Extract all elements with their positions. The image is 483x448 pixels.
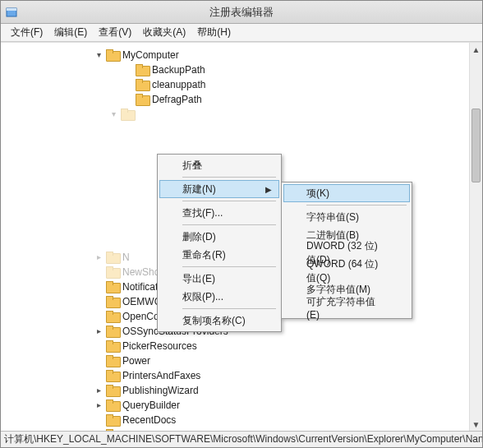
folder-icon xyxy=(136,79,149,90)
context-menu-item[interactable]: 查找(F)... xyxy=(159,204,279,222)
menu-file[interactable]: 文件(F) xyxy=(6,24,48,41)
menu-separator xyxy=(182,266,276,267)
tree-item[interactable]: ▸PrintersAndFaxes xyxy=(1,368,482,383)
expand-icon[interactable]: ▸ xyxy=(94,401,104,410)
folder-icon xyxy=(106,326,119,337)
content-area: ▾MyComputer▸BackupPath▸cleanuppath▸Defra… xyxy=(1,42,482,431)
folder-icon xyxy=(106,414,119,426)
menubar: 文件(F) 编辑(E) 查看(V) 收藏夹(A) 帮助(H) xyxy=(1,24,482,42)
submenu-item[interactable]: QWORD (64 位)值(Q) xyxy=(283,262,410,280)
folder-icon xyxy=(106,49,119,61)
folder-icon xyxy=(106,252,119,263)
menu-item-label: 字符串值(S) xyxy=(306,210,359,224)
collapse-icon[interactable]: ▾ xyxy=(94,51,104,60)
menu-view[interactable]: 查看(V) xyxy=(94,24,136,41)
menu-item-label: 新建(N) xyxy=(182,182,216,196)
menu-favorites[interactable]: 收藏夹(A) xyxy=(138,24,191,41)
registry-editor-window: 注册表编辑器 文件(F) 编辑(E) 查看(V) 收藏夹(A) 帮助(H) ▾M… xyxy=(0,0,483,448)
tree-item-label: DefragPath xyxy=(152,92,202,107)
tree-item-label: BackupPath xyxy=(152,62,205,77)
menu-item-label: 复制项名称(C) xyxy=(182,314,246,328)
folder-icon xyxy=(121,109,134,120)
submenu-item[interactable]: 项(K) xyxy=(283,184,410,202)
context-menu-item[interactable]: 重命名(R) xyxy=(159,246,279,264)
folder-icon xyxy=(106,311,119,322)
context-menu-item[interactable]: 删除(D) xyxy=(159,228,279,246)
folder-icon xyxy=(106,400,119,411)
tree-item[interactable]: ▸RemoteComputer xyxy=(1,427,482,431)
tree-item[interactable]: ▾ xyxy=(1,107,482,122)
statusbar-path: 计算机\HKEY_LOCAL_MACHINE\SOFTWARE\Microsof… xyxy=(4,432,482,446)
folder-icon xyxy=(106,296,119,307)
tree-item[interactable]: ▸cleanuppath xyxy=(1,77,482,92)
folder-icon xyxy=(106,340,119,352)
menu-item-label: 权限(P)... xyxy=(182,290,223,304)
tree-item[interactable]: ▸Power xyxy=(1,353,482,368)
context-submenu-new[interactable]: 项(K)字符串值(S)二进制值(B)DWORD (32 位)值(D)QWORD … xyxy=(281,182,412,319)
titlebar[interactable]: 注册表编辑器 xyxy=(1,1,482,24)
submenu-arrow-icon: ▶ xyxy=(265,185,272,194)
context-menu[interactable]: 折叠新建(N)▶查找(F)...删除(D)重命名(R)导出(E)权限(P)...… xyxy=(157,154,282,332)
tree-item-label: N xyxy=(122,250,130,265)
context-menu-item[interactable]: 导出(E) xyxy=(159,270,279,288)
tree-item-label: QueryBuilder xyxy=(122,398,180,413)
scroll-down-button[interactable]: ▼ xyxy=(470,418,482,431)
menu-separator xyxy=(182,224,276,225)
folder-icon xyxy=(136,64,149,76)
tree-item-label: MyComputer xyxy=(122,48,179,62)
menu-item-label: 折叠 xyxy=(182,159,202,173)
folder-icon xyxy=(106,429,119,431)
menu-separator xyxy=(306,205,407,206)
vertical-scrollbar[interactable]: ▲ ▼ xyxy=(469,43,482,431)
tree-item-label: PickerResources xyxy=(122,339,197,353)
menu-item-label: 项(K) xyxy=(306,187,329,201)
expand-icon[interactable]: ▸ xyxy=(94,431,104,432)
tree-item[interactable]: ▸BackupPath xyxy=(1,62,482,77)
folder-icon xyxy=(136,94,149,105)
context-menu-item[interactable]: 复制项名称(C) xyxy=(159,312,279,330)
tree-item-label: PrintersAndFaxes xyxy=(122,368,200,383)
tree-item[interactable]: ▸PublishingWizard xyxy=(1,383,482,398)
scroll-thumb[interactable] xyxy=(472,109,481,182)
submenu-item[interactable]: 字符串值(S) xyxy=(283,208,410,226)
window-title: 注册表编辑器 xyxy=(209,5,274,20)
menu-item-label: 导出(E) xyxy=(182,272,215,286)
tree-item[interactable]: ▾MyComputer xyxy=(1,48,482,62)
tree-item-label: Power xyxy=(122,353,150,368)
expand-icon[interactable]: ▸ xyxy=(94,253,104,262)
menu-item-label: 删除(D) xyxy=(182,230,216,244)
svg-rect-1 xyxy=(7,8,16,11)
tree-item-label: PublishingWizard xyxy=(122,383,199,398)
scroll-up-button[interactable]: ▲ xyxy=(470,43,482,56)
tree-item[interactable]: ▸QueryBuilder xyxy=(1,398,482,413)
context-menu-item[interactable]: 折叠 xyxy=(159,156,279,174)
expand-icon[interactable]: ▸ xyxy=(94,386,104,395)
menu-edit[interactable]: 编辑(E) xyxy=(49,24,92,41)
submenu-item[interactable]: 可扩充字符串值(E) xyxy=(283,298,410,316)
context-menu-item[interactable]: 新建(N)▶ xyxy=(159,180,279,198)
tree-item-label: OEMWC xyxy=(122,294,161,309)
folder-icon xyxy=(106,281,119,293)
collapse-icon[interactable]: ▾ xyxy=(109,110,118,119)
folder-icon xyxy=(106,355,119,367)
menu-item-label: 重命名(R) xyxy=(182,248,226,262)
tree-item-label: RemoteComputer xyxy=(122,427,200,431)
menu-item-label: 查找(F)... xyxy=(182,206,223,220)
tree-item-label: cleanuppath xyxy=(152,77,205,92)
context-menu-item[interactable]: 权限(P)... xyxy=(159,288,279,306)
folder-icon xyxy=(106,370,119,381)
folder-icon xyxy=(106,385,119,396)
statusbar: 计算机\HKEY_LOCAL_MACHINE\SOFTWARE\Microsof… xyxy=(1,431,482,447)
folder-icon xyxy=(106,266,119,278)
menu-item-label: 可扩充字符串值(E) xyxy=(306,295,387,321)
tree-item[interactable]: ▸PickerResources xyxy=(1,339,482,353)
menu-help[interactable]: 帮助(H) xyxy=(192,24,236,41)
expand-icon[interactable]: ▸ xyxy=(94,327,104,336)
tree-item[interactable]: ▸DefragPath xyxy=(1,92,482,107)
menu-separator xyxy=(182,201,276,201)
tree-item[interactable]: ▸RecentDocs xyxy=(1,413,482,427)
menu-separator xyxy=(182,177,276,178)
menu-separator xyxy=(182,308,276,309)
app-icon xyxy=(6,7,17,18)
tree-item-label: RecentDocs xyxy=(122,413,176,427)
